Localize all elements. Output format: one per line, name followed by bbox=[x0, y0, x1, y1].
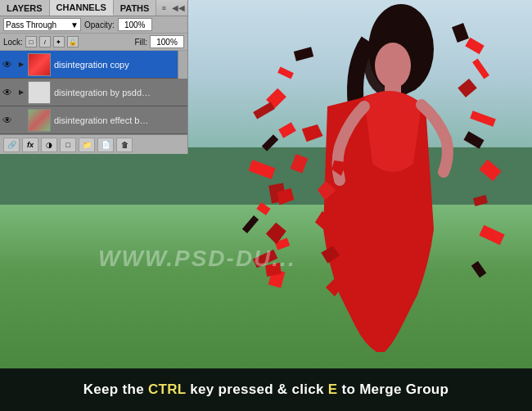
tab-channels[interactable]: CHANNELS bbox=[50, 0, 114, 16]
layer-thumb-1 bbox=[28, 53, 51, 76]
layer-row-2[interactable]: 👁 ▶ disintegration by psddude bbox=[0, 79, 187, 106]
fill-input[interactable]: 100% bbox=[150, 35, 184, 48]
svg-marker-12 bbox=[264, 221, 289, 246]
lock-icon-2[interactable]: / bbox=[39, 36, 51, 47]
layer-thumb-3 bbox=[28, 109, 51, 132]
lock-icon-1[interactable]: □ bbox=[25, 36, 37, 47]
panel-collapse-button[interactable]: ◀◀ bbox=[169, 0, 187, 16]
fx-icon[interactable]: fx bbox=[22, 138, 38, 152]
svg-marker-9 bbox=[298, 120, 327, 147]
layer-row-3[interactable]: 👁 disintegration effect by ps... bbox=[0, 106, 187, 134]
new-layer-icon[interactable]: 📄 bbox=[97, 138, 114, 152]
layer-name-2: disintegration by psddude bbox=[54, 88, 152, 97]
layer-expand-1[interactable]: ▶ bbox=[15, 51, 28, 79]
layer-visibility-2[interactable]: 👁 bbox=[0, 79, 15, 106]
blend-mode-arrow: ▼ bbox=[70, 20, 79, 29]
layers-panel: LAYERS CHANNELS PATHS ≡ ◀◀ Pass Through … bbox=[0, 0, 188, 154]
fill-label: Fill: bbox=[134, 38, 147, 47]
lock-icon-4[interactable]: 🔒 bbox=[67, 36, 79, 47]
caption-text: Keep the CTRL key pressed & click E to M… bbox=[83, 382, 449, 398]
caption-ctrl: CTRL bbox=[148, 382, 186, 397]
panel-bottom-toolbar: 🔗 fx ◑ □ 📁 📄 🗑 bbox=[0, 134, 187, 154]
layer-visibility-1[interactable]: 👁 bbox=[0, 51, 15, 79]
mask-icon[interactable]: □ bbox=[60, 138, 76, 152]
lock-row: Lock: □ / ✦ 🔒 Fill: 100% bbox=[0, 34, 187, 51]
watermark: WWW.PSD-DU... bbox=[98, 246, 296, 272]
layer-expand-2[interactable]: ▶ bbox=[15, 79, 28, 106]
layer-name-1: disintegration copy bbox=[54, 60, 129, 70]
caption-bar: Keep the CTRL key pressed & click E to M… bbox=[0, 368, 532, 411]
layer-visibility-3[interactable]: 👁 bbox=[0, 106, 15, 134]
delete-icon[interactable]: 🗑 bbox=[116, 138, 133, 152]
layers-list: 👁 ▶ disintegration copy 👁 ▶ disintegrati… bbox=[0, 51, 187, 134]
opacity-label: Opacity: bbox=[84, 20, 115, 29]
layer-thumb-2 bbox=[28, 81, 51, 104]
blend-mode-dropdown[interactable]: Pass Through ▼ bbox=[3, 18, 81, 31]
link-icon[interactable]: 🔗 bbox=[3, 138, 20, 152]
svg-marker-11 bbox=[273, 184, 297, 209]
blend-mode-row: Pass Through ▼ Opacity: 100% bbox=[0, 16, 187, 34]
lock-icon-3[interactable]: ✦ bbox=[53, 36, 65, 47]
woman-figure bbox=[213, 0, 532, 368]
layer-row-1[interactable]: 👁 ▶ disintegration copy bbox=[0, 51, 187, 79]
lock-label: Lock: bbox=[3, 38, 23, 47]
svg-marker-10 bbox=[286, 150, 313, 177]
panel-menu-icon[interactable]: ≡ bbox=[159, 0, 169, 16]
adjustment-icon[interactable]: ◑ bbox=[41, 138, 57, 152]
panel-tabs: LAYERS CHANNELS PATHS ≡ ◀◀ bbox=[0, 0, 187, 16]
tab-layers[interactable]: LAYERS bbox=[0, 0, 50, 16]
layer-name-3: disintegration effect by ps... bbox=[54, 115, 152, 125]
svg-point-2 bbox=[375, 43, 411, 88]
caption-e: E bbox=[328, 382, 338, 397]
tab-paths[interactable]: PATHS bbox=[114, 0, 157, 16]
group-icon[interactable]: 📁 bbox=[79, 138, 95, 152]
opacity-input[interactable]: 100% bbox=[118, 18, 152, 31]
